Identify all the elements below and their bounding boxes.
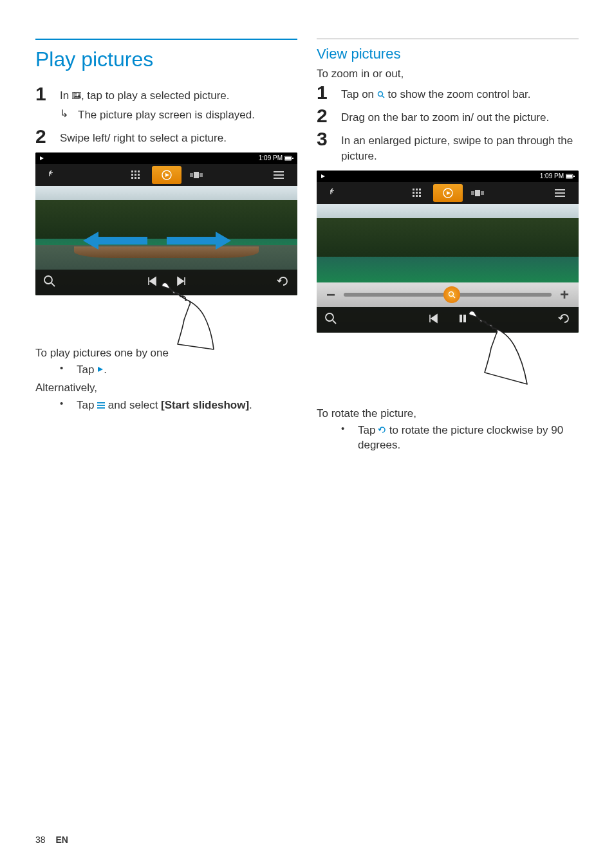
svg-rect-42 [471, 191, 474, 195]
status-bar: 1:09 PM [317, 171, 579, 182]
svg-rect-18 [200, 173, 203, 177]
photo-area[interactable] [35, 186, 297, 295]
zoom-slider-track[interactable] [344, 293, 552, 297]
left-column: Play pictures 1 In , tap to play a selec… [35, 39, 297, 456]
bullet-text: Tap and select [Start slideshow]. [77, 398, 297, 413]
step-result: ↳ The picture play screen is displayed. [60, 107, 297, 123]
zoom-control-bar[interactable]: − + [317, 282, 579, 307]
back-button[interactable] [321, 184, 350, 202]
top-toolbar [35, 164, 297, 186]
svg-rect-34 [419, 189, 421, 190]
svg-rect-36 [416, 192, 418, 194]
step-1: 1 In , tap to play a selected picture. [35, 84, 297, 104]
result-arrow-icon: ↳ [60, 107, 78, 123]
text-fragment: Tap [358, 424, 378, 436]
step-text: Tap on to show the zoom control bar. [341, 83, 579, 102]
gallery-icon [72, 92, 81, 100]
page-content: Play pictures 1 In , tap to play a selec… [0, 0, 614, 481]
page-footer: 38 EN [35, 835, 68, 845]
bullet-list: • Tap . [55, 362, 297, 378]
bullet-tap-play: • Tap . [55, 362, 297, 378]
zoom-slider-knob[interactable] [443, 286, 460, 303]
svg-point-22 [44, 276, 52, 284]
svg-rect-7 [135, 171, 136, 172]
svg-rect-5 [292, 158, 293, 159]
svg-rect-39 [416, 195, 418, 197]
zoom-button[interactable] [43, 275, 56, 290]
svg-rect-30 [566, 175, 572, 178]
subheading-rotate: To rotate the picture, [317, 407, 579, 420]
step-number: 1 [35, 84, 60, 104]
bullet-dot: • [336, 423, 358, 454]
svg-line-49 [453, 296, 455, 298]
play-steps: 1 In , tap to play a selected picture. [35, 84, 297, 104]
text-fragment: and select [105, 399, 161, 411]
menu-icon [97, 402, 105, 409]
zoom-icon [377, 91, 385, 98]
svg-rect-38 [413, 195, 414, 197]
grid-view-button[interactable] [404, 184, 433, 202]
play-mode-button[interactable] [152, 166, 181, 184]
result-text: The picture play screen is displayed. [78, 107, 255, 123]
svg-rect-11 [138, 174, 140, 176]
step-text: Swipe left/ right to select a picture. [60, 127, 297, 146]
rotate-button[interactable] [277, 275, 290, 290]
zoom-in-button[interactable]: + [557, 286, 572, 304]
bullet-text: Tap to rotate the picture clockwise by 9… [358, 423, 579, 454]
filmstrip-button[interactable] [463, 184, 492, 202]
text-fragment: . [249, 399, 252, 411]
text-fragment: to rotate the picture clockwise by 90 de… [358, 424, 563, 452]
bullet-tap-menu: • Tap and select [Start slideshow]. [55, 398, 297, 413]
page-number: 38 [35, 835, 46, 845]
step-number: 2 [35, 127, 60, 146]
page-language: EN [55, 835, 68, 845]
alternatively-label: Alternatively, [35, 380, 297, 396]
text-fragment: Tap [77, 364, 97, 376]
step-text: Drag on the bar to zoom in/ out the pict… [341, 106, 579, 125]
svg-rect-35 [413, 192, 414, 194]
bullet-list-rotate: • Tap to rotate the picture clockwise by… [336, 423, 579, 454]
back-button[interactable] [39, 166, 69, 184]
hand-illustration [35, 299, 297, 347]
svg-rect-40 [419, 195, 421, 197]
step-2: 2 Swipe left/ right to select a picture. [35, 127, 297, 146]
right-column: View pictures To zoom in or out, 1 Tap o… [317, 39, 579, 456]
text-fragment: . [104, 364, 107, 376]
svg-line-51 [333, 320, 336, 324]
subheading-zoom: To zoom in or out, [317, 68, 579, 80]
step-text: In , tap to play a selected picture. [60, 84, 297, 104]
play-icon [97, 366, 104, 373]
zoom-button[interactable] [324, 312, 337, 328]
view-steps: 1 Tap on to show the zoom control bar. 2… [317, 83, 579, 164]
svg-point-48 [449, 291, 454, 296]
step-1: 1 Tap on to show the zoom control bar. [317, 83, 579, 102]
rotate-button[interactable] [558, 312, 571, 328]
svg-point-27 [378, 91, 382, 96]
menu-button[interactable] [545, 184, 575, 202]
top-toolbar [317, 182, 579, 204]
prev-button[interactable] [428, 313, 438, 326]
section-rule [35, 39, 297, 40]
play-mode-button[interactable] [433, 184, 463, 202]
bullet-dot: • [55, 398, 77, 413]
menu-button[interactable] [264, 166, 293, 184]
svg-rect-8 [138, 171, 140, 172]
section-heading: Play pictures [35, 48, 297, 71]
zoom-out-button[interactable]: − [323, 286, 339, 304]
bullet-list-alt: • Tap and select [Start slideshow]. [55, 398, 297, 413]
grid-view-button[interactable] [122, 166, 152, 184]
svg-rect-43 [475, 190, 480, 196]
svg-rect-9 [131, 174, 133, 176]
filmstrip-button[interactable] [181, 166, 211, 184]
hand-illustration [317, 337, 579, 407]
swipe-arrows-overlay [83, 221, 250, 260]
svg-rect-37 [419, 192, 421, 194]
status-bar: 1:09 PM [35, 152, 297, 164]
text-fragment-bold: [Start slideshow] [161, 399, 249, 411]
text-fragment: , tap to play a selected picture. [81, 89, 230, 102]
svg-line-28 [382, 96, 384, 98]
svg-rect-17 [194, 172, 199, 178]
bullet-text: Tap . [77, 362, 297, 378]
play-steps-2: 2 Swipe left/ right to select a picture. [35, 127, 297, 146]
bullet-rotate: • Tap to rotate the picture clockwise by… [336, 423, 579, 454]
